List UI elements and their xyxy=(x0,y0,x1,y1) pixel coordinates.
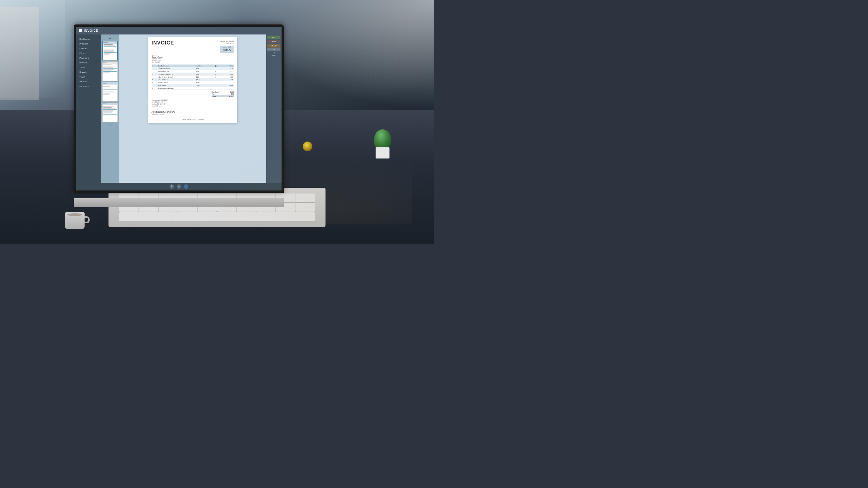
scroll-up-button[interactable]: ▲ xyxy=(108,36,112,40)
invoice-total-label: Invoice Total xyxy=(221,46,232,48)
signature-label: Authorized Signature xyxy=(152,114,234,116)
invoice-thumb-3[interactable]: INVOICE xyxy=(102,82,118,101)
sidebar-item-reports[interactable]: Reports xyxy=(76,70,101,74)
invoice-number-value: K30634 xyxy=(228,40,234,42)
subtotal-row: Sub Total $864 xyxy=(212,91,234,93)
table-row: 4 Labor (1 Unit - 1 Hour) $14 5 $70 xyxy=(152,76,234,78)
background-scene: INVOICE Dashboard Products Invo xyxy=(0,0,434,244)
sidebar-label-tasks: Tasks xyxy=(79,66,85,69)
col-goods: Goods, Service xyxy=(157,65,195,67)
sidebar-label-trash: Trash xyxy=(79,76,85,78)
sidebar-item-trash[interactable]: Trash xyxy=(76,74,101,79)
app-title: INVOICE xyxy=(79,29,98,32)
col-qty: Qty xyxy=(214,65,223,67)
sidebar-label-projects: Projects xyxy=(79,61,87,64)
sidebar-item-tasks[interactable]: Tasks xyxy=(76,65,101,70)
vat-option-7[interactable]: 7% xyxy=(267,51,280,54)
laptop: INVOICE Dashboard Products Invo xyxy=(74,25,312,207)
tax-value: $71 xyxy=(231,93,234,95)
sidebar-item-invoices[interactable]: Invoices xyxy=(76,46,101,51)
sidebar-label-vendors: Vendors xyxy=(79,80,87,83)
plant xyxy=(366,125,399,159)
col-unit-price: Unit Price xyxy=(195,65,214,67)
subtotal-label: Sub Total xyxy=(212,91,219,93)
send-button[interactable]: Send xyxy=(267,36,280,39)
app-header: INVOICE xyxy=(76,27,282,34)
sidebar-item-expenses[interactable]: Expenses xyxy=(76,84,101,89)
sidebar-label-products: Products xyxy=(79,42,88,45)
app-title-text: INVOICE xyxy=(84,29,98,32)
sidebar-item-vendors[interactable]: Vendors xyxy=(76,79,101,84)
chair-back xyxy=(0,7,39,100)
tax-row: Tax $71 xyxy=(212,93,234,95)
invoice-date-value: 07/21 xyxy=(230,43,234,44)
invoice-doc-header: INVOICE Invoice-Nr. K30634 Date 07/21 xyxy=(152,40,234,53)
sidebar-item-payments[interactable]: Payments xyxy=(76,56,101,60)
sidebar: Dashboard Products Invoices Clients Paym xyxy=(76,34,101,183)
sidebar-label-dashboard: Dashboard xyxy=(79,38,90,40)
coffee-mug xyxy=(65,212,87,232)
invoice-meta: Invoice-Nr. K30634 Date 07/21 Invoice To… xyxy=(220,40,234,53)
sidebar-item-products[interactable]: Products xyxy=(76,41,101,46)
no-vat-button[interactable]: No VAT xyxy=(267,44,280,47)
laptop-screen: INVOICE Dashboard Products Invo xyxy=(76,27,282,191)
table-row: 3 High Performance 4TB $75 8 $600 xyxy=(152,73,234,76)
invoice-thumb-2[interactable]: INVOICE xyxy=(102,61,118,81)
invoice-date-label: Date 07/21 xyxy=(220,42,234,45)
invoice-table: # Goods, Service Unit Price Qty Total xyxy=(152,65,234,90)
table-row: 5 10" x 15" Prints $119 1 $119 xyxy=(152,78,234,81)
sidebar-item-clients[interactable]: Clients xyxy=(76,51,101,56)
col-num: # xyxy=(152,65,157,67)
invoice-total-amount: $1055 xyxy=(221,48,232,52)
right-action-panel: Send Void No VAT 0% 7% 19% xyxy=(266,34,282,183)
sidebar-label-reports: Reports xyxy=(79,71,87,73)
sidebar-item-projects[interactable]: Projects xyxy=(76,60,101,65)
laptop-screen-bezel: INVOICE Dashboard Products Invo xyxy=(74,25,284,193)
invoice-date-label-text: Date xyxy=(226,43,229,44)
grid-icon[interactable]: ⊞ xyxy=(177,184,181,189)
app-body: Dashboard Products Invoices Clients Paym xyxy=(76,34,282,183)
scroll-down-button[interactable]: ▼ xyxy=(108,123,112,127)
billed-to-section: Billed To: Current Name Business NameAdd… xyxy=(152,55,234,63)
hamburger-icon xyxy=(79,29,82,32)
table-row: 7 Service Fee ($50) 1 ($50) xyxy=(152,84,234,87)
invoice-subtotals: Sub Total $864 Tax $71 Total $1055 xyxy=(152,91,234,98)
invoice-signature: Authorized Signature Authorized Signatur… xyxy=(152,109,234,116)
vat-option-19[interactable]: 19% xyxy=(267,54,280,57)
main-invoice-area: INVOICE Invoice-Nr. K30634 Date 07/21 xyxy=(119,34,266,183)
client-address: Business NameAddress Line 1City, State Z… xyxy=(152,58,234,63)
sidebar-label-invoices: Invoices xyxy=(79,47,87,50)
vat-option-0[interactable]: 0% xyxy=(267,48,280,51)
invoice-document-title: INVOICE xyxy=(152,40,174,46)
table-row: 2 Powder Coating $59 3 $177 xyxy=(152,70,234,73)
subtotal-value: $864 xyxy=(230,91,234,93)
invoice-number-label: Invoice-Nr. K30634 xyxy=(220,40,234,42)
app-footer: ⏱ ⊞ 👤 xyxy=(76,183,282,191)
col-total: Total xyxy=(223,65,234,67)
laptop-hinge xyxy=(74,198,284,207)
payment-info: Payment due: 07/21/2024 ACH: 123-456-789… xyxy=(152,99,234,107)
sidebar-label-clients: Clients xyxy=(79,52,86,55)
tax-label: Tax xyxy=(212,93,214,95)
user-icon[interactable]: 👤 xyxy=(184,184,188,189)
total-label: Total xyxy=(212,95,216,97)
table-row: 1 Standard Package $19 1 $19 xyxy=(152,67,234,70)
invoice-total-box: Invoice Total $1055 xyxy=(220,45,234,53)
total-value: $1055 xyxy=(229,95,234,97)
table-row: 8 New Customer Discount xyxy=(152,87,234,90)
thank-you: Thank You For Your Business xyxy=(152,117,234,120)
signature-cursive: Authorized Signature xyxy=(152,110,234,113)
clock-icon[interactable]: ⏱ xyxy=(169,184,174,189)
sidebar-label-expenses: Expenses xyxy=(79,85,89,88)
total-row: Total $1055 xyxy=(212,95,234,97)
sidebar-label-payments: Payments xyxy=(79,57,89,59)
invoice-document: INVOICE Invoice-Nr. K30634 Date 07/21 xyxy=(148,37,237,123)
void-button[interactable]: Void xyxy=(267,40,280,43)
invoice-number-label-text: Invoice-Nr. xyxy=(220,40,228,42)
sidebar-item-dashboard[interactable]: Dashboard xyxy=(76,37,101,41)
invoice-thumb-1[interactable]: INVOICE xyxy=(102,41,118,60)
thumbnails-panel: ▲ INVOICE xyxy=(101,34,119,183)
invoice-thumb-4[interactable]: INVOICE xyxy=(102,103,118,122)
table-row: 6 Annual License $10 xyxy=(152,81,234,84)
